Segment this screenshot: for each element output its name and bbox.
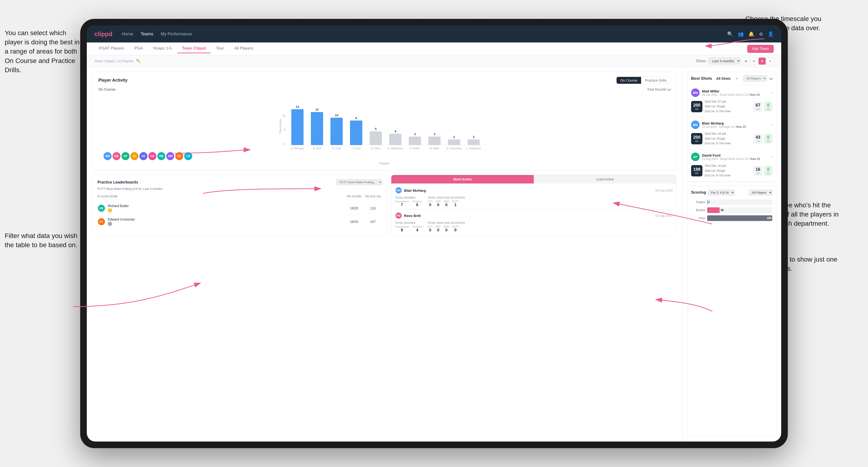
annotation-filter: Filter what data you wish the table to b… — [5, 231, 85, 250]
yds-badge-2: 43 yds — [753, 133, 763, 144]
tab-all-players[interactable]: All Players — [229, 44, 258, 53]
svg-text:5: 5 — [375, 127, 376, 131]
player1-avatar: RB — [97, 204, 105, 212]
sg-label-2: SG — [695, 140, 699, 143]
zero-badge-1: 0 yds — [764, 101, 772, 112]
total-practice-label1: Total Practice Activities — [428, 196, 465, 199]
col-pb-avg: PB AVG SQ — [364, 195, 382, 198]
yds-badge-1: 67 yds — [753, 101, 763, 112]
least-active-tab[interactable]: Least Active — [534, 175, 676, 184]
list-view-btn[interactable]: ≡ — [767, 58, 774, 65]
avatar-bm: BM — [103, 152, 112, 161]
yds-badge-3: 16 yds — [753, 165, 763, 176]
scoring-title: Scoring — [691, 190, 706, 195]
nav-teams[interactable]: Teams — [141, 32, 153, 36]
timescale-select[interactable]: Last 3 months — [708, 58, 741, 64]
tablet-frame: clippd Home Teams My Performance 🔍 👥 🔔 ⊕… — [80, 19, 788, 448]
scoring-card: Scoring Par 3, 4 & 5s All Players Eagles — [687, 186, 776, 437]
tab-pgat-players[interactable]: PGAT Players — [94, 44, 129, 53]
arg-stat2: ARG 0 — [444, 225, 450, 232]
edit-icon[interactable]: ✏️ — [136, 59, 141, 63]
sg-badge-2: 200 SG — [691, 133, 703, 144]
gtt-stat1: GTT 0 — [428, 200, 433, 207]
rank2-badge: 2 — [108, 222, 112, 226]
shot-stats-2: Shot Dist: 43 yds Start Lie: Rough End L… — [705, 131, 751, 146]
shot-player-name-2: Blair McHarg — [702, 121, 746, 125]
shot-row-2[interactable]: BM Blair McHarg 23 Jul 2023 · Ashridge G… — [687, 117, 776, 149]
tab-pga[interactable]: PGA — [130, 44, 148, 53]
practice-drills-toggle[interactable]: Practice Drills — [641, 77, 670, 84]
putt-stat1: PUTT 1 — [452, 200, 459, 207]
shot-player-info-3: DF David Ford 24 Aug 2023 · Royal North … — [691, 153, 772, 161]
svg-text:4: 4 — [394, 129, 396, 133]
tab-tour[interactable]: Tour — [211, 44, 228, 53]
players-filter-select[interactable]: All Players — [743, 75, 767, 82]
shot-chevron-2[interactable]: › — [771, 123, 772, 127]
shot-player-name-3: David Ford — [702, 153, 760, 157]
eagles-bar — [707, 199, 708, 205]
show-filter: Show: Last 3 months ⊞ ⊡ ♥ ≡ — [696, 58, 774, 65]
most-active-tab[interactable]: Most Active — [391, 175, 534, 184]
birdies-bar — [707, 207, 720, 213]
main-content: Player Activity On Course Practice Drill… — [87, 67, 781, 441]
most-active-card: Most Active Least Active BM Blair McHarg… — [391, 175, 677, 236]
total-practice-label2: Total Practice Activities — [428, 221, 465, 224]
chart-filter[interactable]: Total Rounds — [647, 88, 671, 91]
avatar-ec: EC — [175, 152, 184, 161]
card-view-btn[interactable]: ⊡ — [750, 58, 757, 65]
eagles-label: Eagles — [691, 200, 705, 204]
search-icon[interactable]: 🔍 — [727, 31, 733, 37]
shot-avatar-1: MM — [691, 88, 700, 97]
practice-table-header: PLAYER NAME PB SCORE PB AVG SQ — [97, 193, 382, 200]
on-course-toggle[interactable]: On Course — [617, 77, 641, 84]
practice-row-2[interactable]: EC Edward Crossman 2 18/20 107 — [97, 215, 382, 228]
users-icon[interactable]: 👥 — [738, 31, 744, 37]
nav-home[interactable]: Home — [122, 32, 133, 36]
shot-details-1: 200 SG Shot Dist: 67 yds Start Lie: Roug… — [691, 99, 772, 114]
heart-view-btn[interactable]: ♥ — [758, 58, 766, 65]
players-chevron-icon — [769, 76, 773, 80]
player2-pb-avg: 107 — [364, 220, 382, 224]
grid-view-btn[interactable]: ⊞ — [743, 58, 750, 65]
practice-stat1: Practice 6 — [412, 200, 422, 207]
shot-player-meta-1: 09 Jun 2023 · Royal North Devon GC Hole … — [702, 93, 760, 96]
tab-hcaps[interactable]: Hcaps 1-5 — [149, 44, 176, 53]
shot-avatar-3: DF — [691, 153, 700, 161]
practice-subtitle: PUTT Must Make Putting (3-6 ft), Last 3 … — [97, 187, 382, 191]
scoring-filter-select[interactable]: Par 3, 4 & 5s — [708, 190, 735, 195]
player1-name: Richard Butler — [108, 204, 129, 208]
active-content: BM Blair McHarg 26 Aug 2023 Total Rounds — [391, 184, 676, 236]
svg-text:Total Rounds: Total Rounds — [279, 118, 282, 134]
chevron-down-icon — [667, 87, 671, 91]
active-avatar2: RB — [395, 212, 402, 219]
tab-team-clippd[interactable]: Team Clippd — [177, 44, 211, 53]
svg-text:3: 3 — [414, 132, 415, 136]
practice-dropdown[interactable]: PUTT Must Make Putting... — [336, 179, 382, 185]
practice-player-1: RB Richard Butler 1 — [97, 204, 345, 213]
svg-text:5: 5 — [284, 128, 285, 132]
bell-icon[interactable]: 🔔 — [748, 31, 754, 37]
all-shots-tab[interactable]: All Shots — [714, 76, 733, 81]
shot-player-name-1: Matt Miller — [702, 89, 760, 93]
plus-circle-icon[interactable]: ⊕ — [759, 31, 763, 37]
nav-my-performance[interactable]: My Performance — [161, 32, 192, 36]
scoring-player-select[interactable]: All Players — [749, 190, 772, 195]
shot-hole-3: Hole 15 — [750, 157, 760, 161]
svg-rect-34 — [467, 139, 480, 145]
shots-toggle: All Shots ▾ — [714, 76, 740, 81]
right-panel: Best Shots All Shots ▾ All Players — [682, 67, 781, 441]
active-tabs: Most Active Least Active — [391, 175, 676, 184]
shot-chevron-3[interactable]: › — [771, 155, 772, 159]
best-shots-title: Best Shots — [691, 76, 712, 81]
shot-row-3[interactable]: DF David Ford 24 Aug 2023 · Royal North … — [687, 149, 776, 181]
app-stat2: APP 0 — [436, 225, 441, 232]
annotation-player-best: You can select which player is doing the… — [5, 28, 85, 74]
user-avatar-icon[interactable]: 👤 — [768, 31, 774, 37]
avatar-df: DF — [121, 152, 130, 161]
birdies-bar-container: 96 — [707, 207, 772, 213]
add-team-button[interactable]: Add Team — [747, 45, 774, 53]
shot-row-1[interactable]: MM Matt Miller 09 Jun 2023 · Royal North… — [687, 85, 776, 117]
shot-chevron-1[interactable]: › — [771, 91, 772, 95]
show-label: Show: — [696, 59, 706, 63]
practice-row-1[interactable]: RB Richard Butler 1 19/20 110 — [97, 201, 382, 215]
